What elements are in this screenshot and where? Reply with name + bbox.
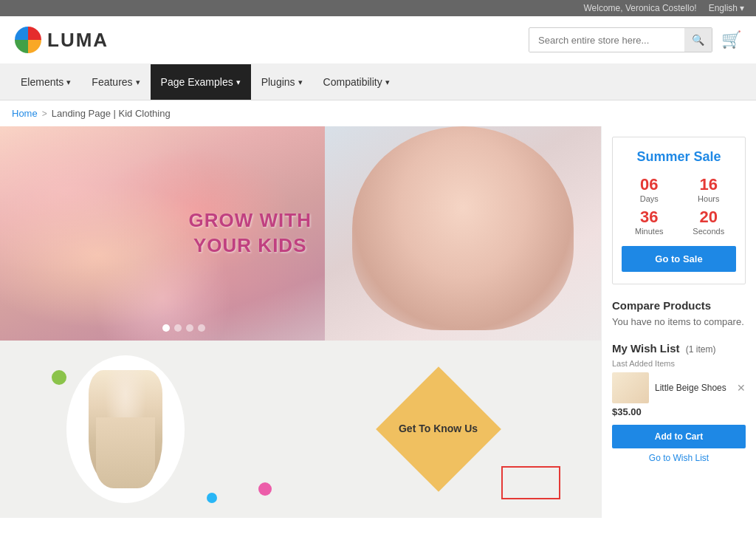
lang-chevron-icon: ▾ [740,3,744,13]
breadcrumb-current: Landing Page | Kid Clothing [52,108,171,119]
hero-left-panel: GROW WITH YOUR KIDS [0,126,325,341]
decorative-dot-blue [207,493,217,503]
minutes-number: 36 [622,208,677,227]
plugins-chevron-icon: ▾ [298,78,303,87]
decorative-dot-pink [258,482,272,496]
red-rectangle [501,466,560,499]
search-icon: 🔍 [692,34,704,46]
main-layout: GROW WITH YOUR KIDS [0,126,756,518]
countdown-hours: 16 Hours [681,175,737,203]
hero-right-panel [325,126,601,341]
hero-dot-1[interactable] [162,324,170,332]
child-image [352,126,574,330]
go-to-sale-button[interactable]: Go to Sale [622,246,736,272]
decorative-dot-green [52,370,66,385]
nav-item-plugins[interactable]: Plugins ▾ [251,64,313,100]
nav-item-features[interactable]: Features ▾ [81,64,150,100]
sidebar: Summer Sale 06 Days 16 Hours 36 Minutes … [601,126,756,518]
breadcrumb-home[interactable]: Home [12,108,38,119]
summer-sale-title: Summer Sale [622,149,736,165]
minutes-label: Minutes [622,227,677,236]
wishlist-item-image [612,372,649,403]
breadcrumb: Home > Landing Page | Kid Clothing [0,100,756,126]
hero-carousel-dots [162,324,205,332]
diamond-text: Get To Know Us [385,422,492,437]
wishlist-item: Little Beige Shoes ✕ [612,372,746,403]
wishlist-widget: My Wish List (1 item) Last Added Items L… [612,342,746,463]
main-nav: Elements ▾ Features ▾ Page Examples ▾ Pl… [0,64,756,100]
hours-number: 16 [681,175,737,194]
last-added-label: Last Added Items [612,359,746,368]
seconds-label: Seconds [681,227,737,236]
wishlist-count: (1 item) [686,344,716,355]
section-below-hero: Get To Know Us [0,341,601,518]
features-chevron-icon: ▾ [136,78,140,87]
language-selector[interactable]: English ▾ [709,3,744,13]
seconds-number: 20 [681,208,737,227]
compare-empty-text: You have no items to compare. [612,316,746,327]
page-examples-chevron-icon: ▾ [236,78,241,87]
logo-ring-icon [15,27,41,53]
hero-dot-3[interactable] [186,324,193,332]
breadcrumb-separator: > [42,109,47,119]
go-to-wishlist-link[interactable]: Go to Wish List [612,453,746,463]
countdown-seconds: 20 Seconds [681,208,737,236]
days-number: 06 [622,175,677,194]
summer-sale-widget: Summer Sale 06 Days 16 Hours 36 Minutes … [612,137,746,284]
compare-title: Compare Products [612,299,746,312]
compatibility-chevron-icon: ▾ [385,78,390,87]
dress-circle-image [66,355,185,503]
add-to-cart-button[interactable]: Add to Cart [612,425,746,448]
site-header: LUMA 🔍 🛒 [0,16,756,64]
days-label: Days [622,194,677,203]
logo-text: LUMA [47,29,109,52]
hero-text: GROW WITH YOUR KIDS [189,208,312,259]
countdown-minutes: 36 Minutes [622,208,677,236]
dress-image [89,370,162,488]
header-right: 🔍 🛒 [529,27,741,52]
hero-banner: GROW WITH YOUR KIDS [0,126,601,341]
compare-products-widget: Compare Products You have no items to co… [612,299,746,327]
nav-item-elements[interactable]: Elements ▾ [10,64,81,100]
cart-icon[interactable]: 🛒 [721,30,741,49]
top-bar: Welcome, Veronica Costello! English ▾ [0,0,756,16]
search-box: 🔍 [529,27,712,52]
wishlist-title: My Wish List (1 item) [612,342,746,355]
wishlist-item-price: $35.00 [612,406,746,417]
countdown-grid: 06 Days 16 Hours 36 Minutes 20 Seconds [622,175,736,236]
hours-label: Hours [681,194,737,203]
wishlist-item-name: Little Beige Shoes [655,383,731,393]
search-button[interactable]: 🔍 [684,28,712,52]
hero-dot-2[interactable] [174,324,182,332]
elements-chevron-icon: ▾ [66,78,71,87]
wishlist-item-close-icon[interactable]: ✕ [737,382,746,394]
search-input[interactable] [529,29,684,52]
nav-item-compatibility[interactable]: Compatibility ▾ [313,64,400,100]
nav-item-page-examples[interactable]: Page Examples ▾ [151,64,251,100]
countdown-days: 06 Days [622,175,677,203]
logo[interactable]: LUMA [15,27,109,53]
content-area: GROW WITH YOUR KIDS [0,126,601,518]
hero-dot-4[interactable] [198,324,205,332]
welcome-text: Welcome, Veronica Costello! [583,3,696,13]
